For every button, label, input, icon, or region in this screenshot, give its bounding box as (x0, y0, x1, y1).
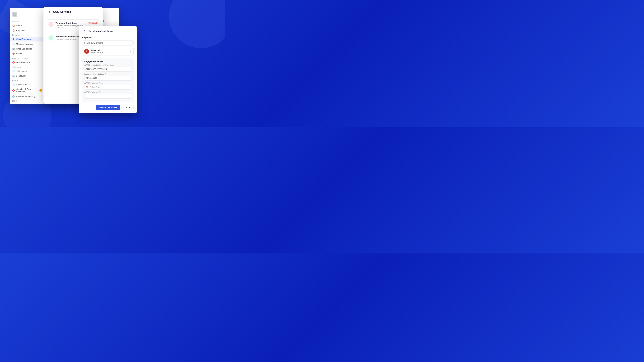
iqama-number-field: Iqama Number / National ID (84, 73, 131, 81)
employee-card: A Ayman Ali Project Manager - 3 ↗ (82, 47, 134, 55)
sidebar-section-attendance: Attendance (10, 65, 45, 68)
payment-processing-icon: ⚙️ (12, 95, 15, 98)
chevron-down-icon: ∨ (128, 95, 130, 97)
scheduler-icon: 📊 (12, 74, 15, 77)
sidebar-item-label-assets: Assets (16, 52, 22, 55)
muqeem-services-icon: 📄 (12, 43, 15, 45)
employee-card-role: Project Manager - 3 (90, 51, 106, 53)
terminate-arrow-icon (82, 29, 86, 33)
terminated-badge: Terminated (88, 22, 98, 24)
date-placeholder: Select Date (90, 86, 100, 88)
gosi-header: GOSI Services (44, 7, 103, 17)
sidebar-item-label-hired-candidates: Hired Candidates (16, 48, 32, 50)
sidebar-item-label-view-employees: View Employees (16, 38, 32, 40)
sidebar: 🏢 General🏠Home📋RequestsEmployee👤View Emp… (10, 8, 45, 104)
employee-card-name: Ayman Ali (90, 49, 106, 51)
sidebar-section-leave-management: Leave management (10, 56, 45, 60)
iqama-input[interactable] (84, 76, 131, 81)
sidebar-item-label-payroll-table: Payroll Table (16, 83, 28, 86)
sidebar-item-label-requests: Requests (16, 29, 25, 32)
assets-icon: 📦 (12, 52, 15, 55)
sidebar-section-general: General (10, 19, 45, 23)
logo: 🏢 (10, 10, 45, 19)
gosi-arrow-icon (47, 10, 51, 14)
sidebar-item-view-employees[interactable]: 👤View Employees (10, 37, 45, 41)
vacation-settlement-icon: ⭕ (12, 89, 15, 92)
terminate-header: Terminate Contributor (82, 29, 134, 33)
sidebar-item-scheduler[interactable]: 📊Scheduler (10, 73, 45, 78)
leave-balance-icon: ⭕ (12, 61, 15, 63)
attendance-icon: 📄 (12, 70, 15, 72)
sidebar-item-requests[interactable]: 📋Requests (10, 28, 45, 33)
termination-reason-dropdown[interactable]: ∨ (84, 94, 131, 99)
payroll-table-icon: 📄 (12, 83, 15, 86)
sidebar-item-hired-candidates[interactable]: 🏢Hired Candidates (10, 46, 45, 51)
cancel-button[interactable]: Cancel (122, 105, 134, 110)
requests-icon: 📋 (12, 29, 15, 32)
engagement-details: Engagement Details GOSI Registration (Na… (82, 58, 134, 102)
sidebar-item-attendance[interactable]: 📄Attendance (10, 68, 45, 73)
modal-footer: Exclude / Terminate Cancel (82, 105, 134, 110)
employee-section-label: Employee (82, 36, 134, 39)
sidebar-item-payroll-table[interactable]: 📄Payroll Table (10, 82, 45, 87)
vacation-settlement-badge: 1 (40, 89, 42, 91)
sidebar-item-label-attendance: Attendance (16, 70, 27, 72)
terminate-contributor-modal: Terminate Contributor Employee A Ayman A… (79, 26, 137, 113)
view-employees-icon: 👤 (12, 38, 15, 40)
sidebar-item-label-vacation-settlement: Vacation & Final Settlement (16, 88, 38, 93)
logo-icon: 🏢 (12, 11, 18, 17)
sidebar-item-label-scheduler: Scheduler (16, 75, 26, 77)
sidebar-item-label-payment-processing: Payment Processing (16, 95, 35, 98)
sidebar-item-label-muqeem-services: Muqeem Services (16, 43, 33, 45)
sidebar-item-label-leave-balance: Leave Balance (16, 61, 30, 63)
calendar-icon: 📅 (86, 86, 88, 88)
sidebar-section-payroll: Payroll (10, 78, 45, 82)
sidebar-item-muqeem-services[interactable]: 📄Muqeem Services (10, 41, 45, 46)
sidebar-item-reports[interactable]: ⭕Reports (10, 103, 45, 104)
terminate-modal-title: Terminate Contributor (88, 30, 114, 33)
chevron-down-icon: ∨ (128, 86, 130, 88)
employee-card-avatar: A (84, 49, 89, 54)
terminate-card-title: Terminate Contributor (56, 22, 86, 24)
hired-candidates-icon: 🏢 (12, 47, 15, 50)
terminate-icon: ✕ (48, 22, 54, 27)
termination-date-field: GOSI Termination Date 📅 Select Date ∨ (84, 82, 131, 90)
reports-icon: ⭕ (12, 104, 15, 104)
sidebar-item-vacation-settlement[interactable]: ⭕Vacation & Final Settlement1 (10, 87, 45, 94)
external-link-icon[interactable]: ↗ (130, 50, 132, 52)
sidebar-item-leave-balance[interactable]: ⭕Leave Balance (10, 60, 45, 65)
gosi-registration-field: GOSI Registration (Name & Number) (84, 64, 131, 71)
engagement-title: Engagement Details (84, 60, 131, 62)
sidebar-item-payment-processing[interactable]: ⚙️Payment Processing (10, 94, 45, 99)
gosi-title: GOSI Services (53, 10, 71, 13)
add-icon: + (48, 35, 54, 40)
sidebar-item-label-home: Home (16, 24, 22, 27)
sidebar-item-home[interactable]: 🏠Home (10, 23, 45, 28)
termination-date-input[interactable]: 📅 Select Date ∨ (84, 85, 131, 90)
sidebar-section-misc: MISC (10, 99, 45, 103)
sidebar-item-label-reports: Reports (16, 104, 24, 104)
sidebar-section-employee: Employee (10, 33, 45, 37)
sidebar-item-assets[interactable]: 📦Assets (10, 51, 45, 56)
home-icon: 🏠 (12, 24, 15, 27)
employee-search-input[interactable] (82, 40, 134, 45)
gosi-registration-input[interactable] (84, 67, 131, 71)
termination-reason-field: GOSI Termination Reason ∨ (84, 91, 131, 99)
exclude-terminate-button[interactable]: Exclude / Terminate (96, 105, 120, 110)
